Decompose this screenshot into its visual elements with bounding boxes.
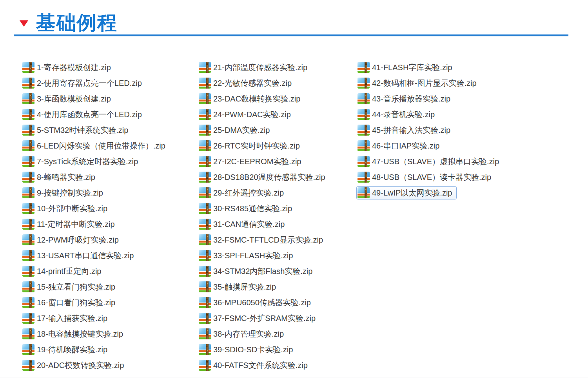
file-item[interactable]: 33-SPI-FLASH实验.zip (198, 249, 297, 262)
file-item[interactable]: 45-拼音输入法实验.zip (356, 123, 455, 137)
file-item[interactable]: 15-独立看门狗实验.zip (21, 280, 120, 294)
file-item[interactable]: 20-ADC模数转换实验.zip (21, 359, 128, 372)
file-item[interactable]: 22-光敏传感器实验.zip (198, 76, 296, 90)
file-item[interactable]: 28-DS18B20温度传感器实验.zip (198, 170, 330, 184)
file-name: 5-STM32时钟系统实验.zip (37, 126, 128, 134)
file-name: 39-SDIO-SD卡实验.zip (213, 345, 293, 354)
file-item[interactable]: 3-库函数模板创建.zip (21, 92, 115, 105)
file-name: 25-DMA实验.zip (213, 126, 270, 134)
red-triangle-down-icon (20, 20, 28, 27)
file-name: 9-按键控制实验.zip (37, 188, 103, 197)
file-item[interactable]: 1-寄存器模板创建.zip (21, 61, 115, 74)
rar-archive-icon (199, 93, 211, 104)
file-item[interactable]: 8-蜂鸣器实验.zip (21, 170, 100, 184)
file-item[interactable]: 10-外部中断实验.zip (21, 202, 112, 215)
file-item[interactable]: 39-SDIO-SD卡实验.zip (198, 343, 297, 356)
rar-archive-icon (358, 62, 370, 73)
file-item[interactable]: 2-使用寄存器点亮一个LED.zip (21, 76, 146, 90)
file-item[interactable]: 16-窗口看门狗实验.zip (21, 296, 120, 309)
file-item[interactable]: 40-FATFS文件系统实验.zip (198, 359, 312, 372)
file-name: 16-窗口看门狗实验.zip (37, 298, 115, 307)
rar-archive-icon (22, 344, 34, 355)
rar-archive-icon (358, 125, 370, 136)
file-item[interactable]: 32-FSMC-TFTLCD显示实验.zip (198, 233, 327, 246)
rar-archive-icon (199, 250, 211, 261)
rar-archive-icon (22, 125, 34, 136)
file-item[interactable]: 41-FLASH字库实验.zip (356, 61, 457, 74)
rar-archive-icon (199, 234, 211, 245)
file-name: 18-电容触摸按键实验.zip (37, 330, 123, 338)
rar-archive-icon (199, 78, 211, 89)
file-name: 19-待机唤醒实验.zip (37, 345, 107, 354)
file-item[interactable]: 47-USB（SLAVE）虚拟串口实验.zip (356, 155, 503, 168)
file-item[interactable]: 6-LED闪烁实验（使用位带操作）.zip (21, 139, 170, 152)
file-item[interactable]: 46-串口IAP实验.zip (356, 139, 444, 152)
file-name: 49-LwIP以太网实验.zip (372, 188, 452, 197)
file-name: 34-STM32内部Flash实验.zip (213, 267, 312, 275)
rar-archive-icon (22, 156, 34, 167)
rar-archive-icon (22, 219, 34, 230)
file-item[interactable]: 31-CAN通信实验.zip (198, 217, 289, 231)
file-item[interactable]: 29-红外遥控实验.zip (198, 186, 288, 199)
file-item[interactable]: 49-LwIP以太网实验.zip (356, 186, 457, 199)
file-item[interactable]: 18-电容触摸按键实验.zip (21, 327, 127, 341)
file-item[interactable]: 30-RS485通信实验.zip (198, 202, 296, 215)
rar-archive-icon (199, 109, 211, 120)
rar-archive-icon (22, 360, 34, 371)
file-item[interactable]: 23-DAC数模转换实验.zip (198, 92, 305, 105)
file-item[interactable]: 26-RTC实时时钟实验.zip (198, 139, 304, 152)
file-item[interactable]: 42-数码相框-图片显示实验.zip (356, 76, 481, 90)
rar-archive-icon (22, 250, 34, 261)
file-item[interactable]: 19-待机唤醒实验.zip (21, 343, 112, 356)
file-name: 12-PWM呼吸灯实验.zip (37, 236, 119, 244)
file-item[interactable]: 4-使用库函数点亮一个LED.zip (21, 108, 146, 121)
file-item[interactable]: 12-PWM呼吸灯实验.zip (21, 233, 123, 246)
rar-archive-icon (358, 93, 370, 104)
file-name: 32-FSMC-TFTLCD显示实验.zip (213, 236, 323, 244)
file-item[interactable]: 27-I2C-EEPROM实验.zip (198, 155, 306, 168)
file-name: 33-SPI-FLASH实验.zip (213, 251, 293, 260)
file-item[interactable]: 37-FSMC-外扩SRAM实验.zip (198, 312, 320, 325)
rar-archive-icon (22, 78, 34, 89)
file-item[interactable]: 7-SysTick系统定时器实验.zip (21, 155, 142, 168)
file-name: 43-音乐播放器实验.zip (372, 94, 450, 103)
file-item[interactable]: 24-PWM-DAC实验.zip (198, 108, 295, 121)
rar-archive-icon (199, 125, 211, 136)
rar-archive-icon (358, 140, 370, 151)
file-column-2: 21-内部温度传感器实验.zip 22-光敏传感器实验.zip 23-DAC数模… (198, 61, 330, 374)
rar-archive-icon (199, 187, 211, 198)
file-name: 8-蜂鸣器实验.zip (37, 173, 95, 181)
file-name: 44-录音机实验.zip (372, 110, 435, 119)
file-name: 28-DS18B20温度传感器实验.zip (213, 173, 325, 181)
file-item[interactable]: 13-USART串口通信实验.zip (21, 249, 138, 262)
rar-archive-icon (22, 313, 34, 324)
file-item[interactable]: 9-按键控制实验.zip (21, 186, 107, 199)
file-item[interactable]: 44-录音机实验.zip (356, 108, 439, 121)
file-name: 6-LED闪烁实验（使用位带操作）.zip (37, 141, 165, 150)
file-name: 2-使用寄存器点亮一个LED.zip (37, 79, 142, 87)
file-name: 24-PWM-DAC实验.zip (213, 110, 291, 119)
file-item[interactable]: 25-DMA实验.zip (198, 123, 274, 137)
rar-archive-icon (199, 281, 211, 292)
file-item[interactable]: 43-音乐播放器实验.zip (356, 92, 455, 105)
file-name: 48-USB（SLAVE）读卡器实验.zip (372, 173, 491, 181)
file-item[interactable]: 36-MPU6050传感器实验.zip (198, 296, 315, 309)
rar-archive-icon (199, 313, 211, 324)
file-item[interactable]: 35-触摸屏实验.zip (198, 280, 280, 294)
file-name: 7-SysTick系统定时器实验.zip (37, 157, 138, 166)
file-item[interactable]: 48-USB（SLAVE）读卡器实验.zip (356, 170, 495, 184)
file-item[interactable]: 38-内存管理实验.zip (198, 327, 288, 341)
file-item[interactable]: 17-输入捕获实验.zip (21, 312, 112, 325)
page-title: 基础例程 (36, 12, 118, 34)
file-name: 20-ADC模数转换实验.zip (37, 361, 124, 370)
file-item[interactable]: 11-定时器中断实验.zip (21, 217, 119, 231)
file-item[interactable]: 14-printf重定向.zip (21, 265, 106, 278)
file-name: 31-CAN通信实验.zip (213, 220, 285, 228)
file-item[interactable]: 21-内部温度传感器实验.zip (198, 61, 312, 74)
file-name: 40-FATFS文件系统实验.zip (213, 361, 308, 370)
file-item[interactable]: 34-STM32内部Flash实验.zip (198, 265, 317, 278)
rar-archive-icon (22, 297, 34, 308)
file-name: 22-光敏传感器实验.zip (213, 79, 292, 87)
rar-archive-icon (358, 109, 370, 120)
file-item[interactable]: 5-STM32时钟系统实验.zip (21, 123, 132, 137)
